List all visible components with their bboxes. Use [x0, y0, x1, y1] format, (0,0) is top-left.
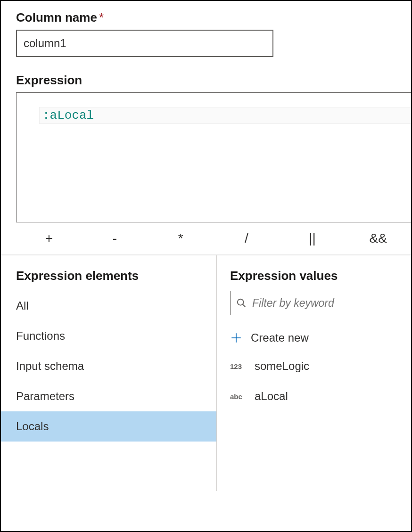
create-new-button[interactable]: Create new [230, 325, 411, 351]
expression-values-panel: Expression values Create new 123 someLog… [217, 255, 411, 491]
operator-divide[interactable]: / [214, 231, 280, 246]
required-indicator: * [99, 10, 104, 25]
svg-point-0 [238, 299, 244, 305]
type-badge-string: abc [230, 393, 249, 401]
type-badge-number: 123 [230, 362, 249, 370]
elements-item-all[interactable]: All [1, 291, 216, 321]
operator-plus[interactable]: + [16, 231, 82, 246]
create-new-label: Create new [251, 331, 309, 344]
column-name-label: Column name* [16, 10, 396, 25]
elements-item-functions[interactable]: Functions [1, 321, 216, 351]
value-name: aLocal [255, 390, 288, 403]
operator-and[interactable]: && [345, 231, 411, 246]
value-name: someLogic [255, 360, 309, 373]
values-panel-title: Expression values [230, 269, 411, 291]
elements-panel-title: Expression elements [1, 269, 216, 291]
elements-item-locals[interactable]: Locals [1, 411, 216, 442]
operator-minus[interactable]: - [82, 231, 148, 246]
elements-item-parameters[interactable]: Parameters [1, 381, 216, 411]
column-name-input[interactable] [16, 30, 273, 57]
plus-icon [230, 332, 242, 344]
search-icon [236, 298, 247, 308]
operator-toolbar: + - * / || && [16, 222, 411, 254]
expression-label: Expression [16, 73, 411, 88]
elements-item-input-schema[interactable]: Input schema [1, 351, 216, 381]
filter-input[interactable] [252, 297, 405, 310]
svg-line-1 [243, 304, 246, 307]
filter-wrapper[interactable] [230, 291, 411, 315]
value-item-alocal[interactable]: abc aLocal [230, 381, 411, 411]
value-item-somelogic[interactable]: 123 someLogic [230, 351, 411, 381]
operator-or[interactable]: || [280, 231, 346, 246]
expression-code: :aLocal [42, 108, 94, 123]
expression-elements-panel: Expression elements All Functions Input … [1, 255, 217, 491]
expression-editor[interactable]: :aLocal [16, 92, 411, 222]
operator-multiply[interactable]: * [148, 231, 214, 246]
